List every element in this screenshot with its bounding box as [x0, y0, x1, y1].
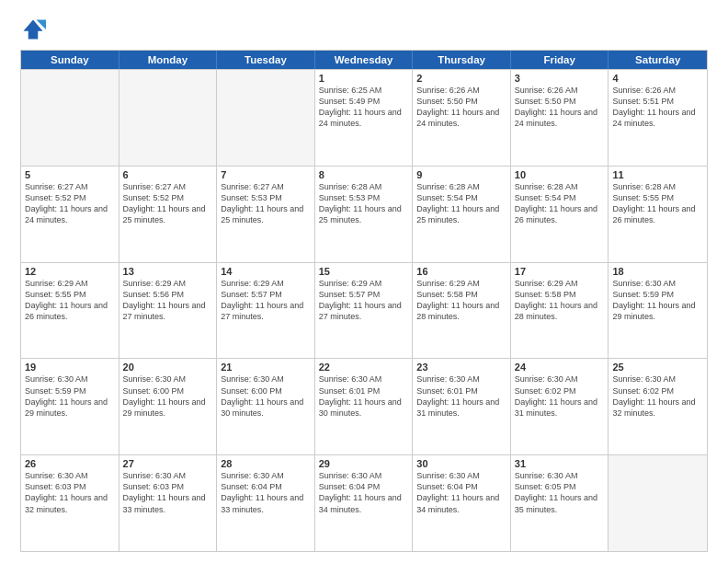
cal-day-30: 30Sunrise: 6:30 AM Sunset: 6:04 PM Dayli…	[413, 455, 511, 551]
day-info: Sunrise: 6:30 AM Sunset: 6:02 PM Dayligh…	[515, 373, 605, 419]
cal-week-5: 26Sunrise: 6:30 AM Sunset: 6:03 PM Dayli…	[21, 454, 707, 551]
day-number: 13	[123, 266, 213, 277]
day-number: 19	[25, 362, 115, 373]
day-info: Sunrise: 6:26 AM Sunset: 5:51 PM Dayligh…	[612, 85, 703, 130]
cal-day-26: 26Sunrise: 6:30 AM Sunset: 6:03 PM Dayli…	[21, 455, 119, 551]
day-number: 1	[319, 73, 409, 84]
cal-day-27: 27Sunrise: 6:30 AM Sunset: 6:03 PM Dayli…	[119, 455, 218, 551]
day-info: Sunrise: 6:27 AM Sunset: 5:53 PM Dayligh…	[221, 181, 311, 226]
cal-week-3: 12Sunrise: 6:29 AM Sunset: 5:55 PM Dayli…	[21, 262, 707, 359]
day-number: 8	[319, 169, 409, 180]
cal-header-tuesday: Tuesday	[217, 51, 315, 69]
cal-day-16: 16Sunrise: 6:29 AM Sunset: 5:58 PM Dayli…	[413, 263, 511, 359]
day-number: 21	[221, 362, 311, 373]
day-number: 29	[319, 458, 409, 469]
day-number: 14	[221, 266, 311, 277]
cal-day-4: 4Sunrise: 6:26 AM Sunset: 5:51 PM Daylig…	[609, 70, 707, 166]
cal-day-22: 22Sunrise: 6:30 AM Sunset: 6:01 PM Dayli…	[315, 359, 414, 454]
cal-day-14: 14Sunrise: 6:29 AM Sunset: 5:57 PM Dayli…	[217, 263, 315, 359]
cal-day-3: 3Sunrise: 6:26 AM Sunset: 5:50 PM Daylig…	[511, 70, 609, 166]
day-number: 22	[319, 362, 409, 373]
cal-day-2: 2Sunrise: 6:26 AM Sunset: 5:50 PM Daylig…	[413, 70, 511, 166]
day-number: 9	[416, 169, 506, 180]
cal-day-31: 31Sunrise: 6:30 AM Sunset: 6:05 PM Dayli…	[511, 455, 609, 551]
cal-day-28: 28Sunrise: 6:30 AM Sunset: 6:04 PM Dayli…	[217, 455, 315, 551]
cal-day-15: 15Sunrise: 6:29 AM Sunset: 5:57 PM Dayli…	[315, 263, 414, 359]
day-number: 11	[612, 169, 703, 180]
day-info: Sunrise: 6:30 AM Sunset: 6:01 PM Dayligh…	[416, 373, 506, 419]
cal-empty-cell	[119, 70, 218, 166]
day-number: 17	[515, 266, 605, 277]
day-info: Sunrise: 6:29 AM Sunset: 5:57 PM Dayligh…	[221, 278, 311, 323]
day-number: 31	[515, 458, 605, 469]
day-number: 15	[319, 266, 409, 277]
day-number: 16	[416, 266, 506, 277]
day-number: 2	[416, 73, 506, 84]
cal-day-17: 17Sunrise: 6:29 AM Sunset: 5:58 PM Dayli…	[511, 263, 609, 359]
day-info: Sunrise: 6:25 AM Sunset: 5:49 PM Dayligh…	[319, 85, 409, 130]
day-number: 20	[123, 362, 213, 373]
cal-day-6: 6Sunrise: 6:27 AM Sunset: 5:52 PM Daylig…	[119, 167, 218, 262]
day-number: 5	[25, 169, 115, 180]
cal-day-7: 7Sunrise: 6:27 AM Sunset: 5:53 PM Daylig…	[217, 167, 315, 262]
day-number: 7	[221, 169, 311, 180]
day-info: Sunrise: 6:30 AM Sunset: 6:04 PM Dayligh…	[221, 470, 311, 515]
day-info: Sunrise: 6:29 AM Sunset: 5:56 PM Dayligh…	[123, 278, 213, 323]
cal-day-23: 23Sunrise: 6:30 AM Sunset: 6:01 PM Dayli…	[413, 359, 511, 454]
cal-empty-cell	[21, 70, 119, 166]
logo-icon	[20, 17, 46, 42]
day-info: Sunrise: 6:30 AM Sunset: 6:05 PM Dayligh…	[515, 470, 605, 515]
day-number: 30	[416, 458, 506, 469]
calendar-body: 1Sunrise: 6:25 AM Sunset: 5:49 PM Daylig…	[21, 69, 707, 551]
cal-header-thursday: Thursday	[413, 51, 511, 69]
header	[20, 17, 708, 42]
day-info: Sunrise: 6:30 AM Sunset: 6:00 PM Dayligh…	[123, 373, 213, 419]
day-info: Sunrise: 6:30 AM Sunset: 6:04 PM Dayligh…	[416, 470, 506, 515]
day-info: Sunrise: 6:26 AM Sunset: 5:50 PM Dayligh…	[416, 85, 506, 130]
day-info: Sunrise: 6:29 AM Sunset: 5:58 PM Dayligh…	[515, 278, 605, 323]
day-info: Sunrise: 6:29 AM Sunset: 5:55 PM Dayligh…	[25, 278, 115, 323]
day-info: Sunrise: 6:27 AM Sunset: 5:52 PM Dayligh…	[25, 181, 115, 226]
cal-day-8: 8Sunrise: 6:28 AM Sunset: 5:53 PM Daylig…	[315, 167, 414, 262]
day-number: 23	[416, 362, 506, 373]
cal-day-12: 12Sunrise: 6:29 AM Sunset: 5:55 PM Dayli…	[21, 263, 119, 359]
day-info: Sunrise: 6:30 AM Sunset: 6:03 PM Dayligh…	[123, 470, 213, 515]
day-info: Sunrise: 6:30 AM Sunset: 5:59 PM Dayligh…	[25, 373, 115, 419]
day-number: 24	[515, 362, 605, 373]
day-number: 3	[515, 73, 605, 84]
day-info: Sunrise: 6:28 AM Sunset: 5:55 PM Dayligh…	[612, 181, 703, 226]
cal-day-20: 20Sunrise: 6:30 AM Sunset: 6:00 PM Dayli…	[119, 359, 218, 454]
day-info: Sunrise: 6:27 AM Sunset: 5:52 PM Dayligh…	[123, 181, 213, 226]
cal-week-1: 1Sunrise: 6:25 AM Sunset: 5:49 PM Daylig…	[21, 69, 707, 166]
day-info: Sunrise: 6:28 AM Sunset: 5:54 PM Dayligh…	[515, 181, 605, 226]
day-info: Sunrise: 6:30 AM Sunset: 6:04 PM Dayligh…	[319, 470, 409, 515]
calendar: SundayMondayTuesdayWednesdayThursdayFrid…	[20, 50, 708, 552]
cal-day-24: 24Sunrise: 6:30 AM Sunset: 6:02 PM Dayli…	[511, 359, 609, 454]
day-number: 6	[123, 169, 213, 180]
cal-day-13: 13Sunrise: 6:29 AM Sunset: 5:56 PM Dayli…	[119, 263, 218, 359]
day-info: Sunrise: 6:26 AM Sunset: 5:50 PM Dayligh…	[515, 85, 605, 130]
calendar-header-row: SundayMondayTuesdayWednesdayThursdayFrid…	[21, 51, 707, 69]
cal-empty-cell	[609, 455, 707, 551]
day-info: Sunrise: 6:30 AM Sunset: 6:00 PM Dayligh…	[221, 373, 311, 419]
day-number: 26	[25, 458, 115, 469]
logo	[20, 17, 50, 42]
cal-day-5: 5Sunrise: 6:27 AM Sunset: 5:52 PM Daylig…	[21, 167, 119, 262]
cal-day-10: 10Sunrise: 6:28 AM Sunset: 5:54 PM Dayli…	[511, 167, 609, 262]
cal-header-monday: Monday	[119, 51, 218, 69]
cal-day-18: 18Sunrise: 6:30 AM Sunset: 5:59 PM Dayli…	[609, 263, 707, 359]
day-number: 10	[515, 169, 605, 180]
day-number: 18	[612, 266, 703, 277]
cal-day-1: 1Sunrise: 6:25 AM Sunset: 5:49 PM Daylig…	[315, 70, 414, 166]
cal-day-25: 25Sunrise: 6:30 AM Sunset: 6:02 PM Dayli…	[609, 359, 707, 454]
day-info: Sunrise: 6:30 AM Sunset: 6:03 PM Dayligh…	[25, 470, 115, 515]
cal-day-29: 29Sunrise: 6:30 AM Sunset: 6:04 PM Dayli…	[315, 455, 414, 551]
cal-day-11: 11Sunrise: 6:28 AM Sunset: 5:55 PM Dayli…	[609, 167, 707, 262]
day-number: 28	[221, 458, 311, 469]
day-number: 25	[612, 362, 703, 373]
day-info: Sunrise: 6:29 AM Sunset: 5:58 PM Dayligh…	[416, 278, 506, 323]
cal-header-sunday: Sunday	[21, 51, 119, 69]
day-info: Sunrise: 6:30 AM Sunset: 6:01 PM Dayligh…	[319, 373, 409, 419]
day-info: Sunrise: 6:28 AM Sunset: 5:53 PM Dayligh…	[319, 181, 409, 226]
cal-header-saturday: Saturday	[609, 51, 707, 69]
